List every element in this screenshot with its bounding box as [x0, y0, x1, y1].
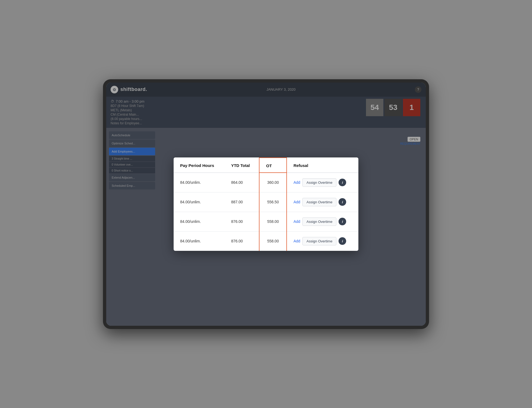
assign-overtime-button-2[interactable]: Assign Overtime: [302, 198, 336, 206]
info-button-1[interactable]: i: [339, 179, 346, 186]
add-link-1[interactable]: Add: [293, 180, 300, 185]
info-button-4[interactable]: i: [339, 237, 346, 245]
table-row: 84.00/unlim. 864.00 360.00 Add Assign Ov…: [174, 173, 358, 192]
ot-value-4: 558.00: [259, 231, 287, 251]
col-refusal: Refusal: [287, 158, 358, 173]
ytd-total-3: 876.00: [225, 212, 259, 231]
refusal-cell-4: Add Assign Overtime i: [287, 231, 358, 251]
action-cell-4: Add Assign Overtime i: [293, 237, 352, 245]
ot-value-1: 360.00: [259, 173, 287, 192]
pay-period-hours-4: 84.00/unlim.: [174, 231, 225, 251]
info-button-3[interactable]: i: [339, 218, 346, 225]
action-cell-1: Add Assign Overtime i: [293, 178, 352, 187]
table-row: 84.00/unlim. 876.00 558.00 Add Assign Ov…: [174, 212, 358, 231]
add-link-2[interactable]: Add: [293, 200, 300, 204]
device-screen: ⊙ shiftboard. JANUARY 3, 2020 ? ⏱ 7:00 a…: [106, 83, 426, 326]
table-row: 84.00/unlim. 876.00 558.00 Add Assign Ov…: [174, 231, 358, 251]
table-row: 84.00/unlim. 887.00 556.50 Add Assign Ov…: [174, 192, 358, 212]
ytd-total-1: 864.00: [225, 173, 259, 192]
col-pay-period-hours: Pay Period Hours: [174, 158, 225, 173]
ot-value-3: 558.00: [259, 212, 287, 231]
device-frame: ⊙ shiftboard. JANUARY 3, 2020 ? ⏱ 7:00 a…: [103, 79, 429, 329]
info-button-2[interactable]: i: [339, 198, 346, 206]
overtime-modal: Pay Period Hours YTD Total OT Refusal: [174, 157, 358, 251]
pay-period-hours-2: 84.00/unlim.: [174, 192, 225, 212]
col-ot: OT: [259, 158, 287, 173]
action-cell-3: Add Assign Overtime i: [293, 217, 352, 226]
ot-value-2: 556.50: [259, 192, 287, 212]
pay-period-hours-1: 84.00/unlim.: [174, 173, 225, 192]
ytd-total-2: 887.00: [225, 192, 259, 212]
pay-period-hours-3: 84.00/unlim.: [174, 212, 225, 231]
ytd-total-4: 876.00: [225, 231, 259, 251]
overtime-table: Pay Period Hours YTD Total OT Refusal: [174, 157, 358, 251]
assign-overtime-button-4[interactable]: Assign Overtime: [302, 237, 336, 245]
action-cell-2: Add Assign Overtime i: [293, 198, 352, 206]
refusal-cell-2: Add Assign Overtime i: [287, 192, 358, 212]
assign-overtime-button-3[interactable]: Assign Overtime: [302, 217, 336, 226]
refusal-cell-1: Add Assign Overtime i: [287, 173, 358, 192]
col-ytd-total: YTD Total: [225, 158, 259, 173]
assign-overtime-button-1[interactable]: Assign Overtime: [302, 178, 336, 187]
refusal-cell-3: Add Assign Overtime i: [287, 212, 358, 231]
add-link-3[interactable]: Add: [293, 219, 300, 224]
add-link-4[interactable]: Add: [293, 239, 300, 243]
